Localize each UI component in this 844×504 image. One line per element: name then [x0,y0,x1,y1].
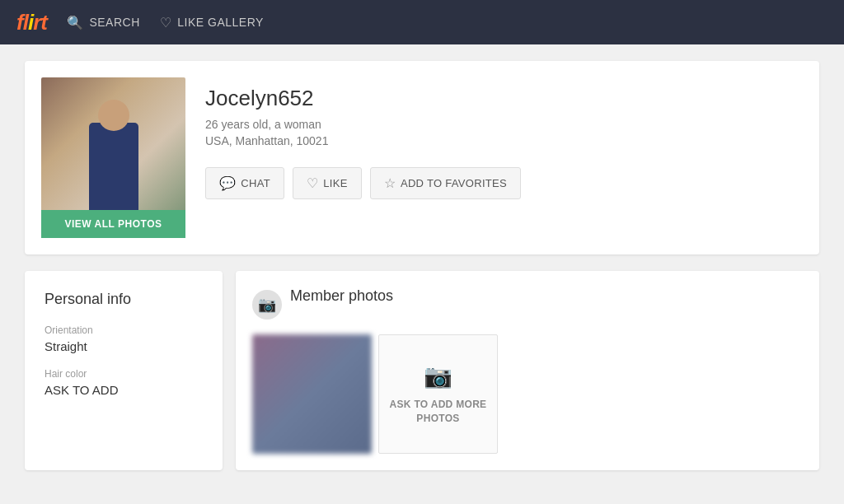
profile-card: VIEW ALL PHOTOS Jocelyn652 26 years old,… [25,61,819,254]
chat-label: CHAT [241,177,270,189]
search-icon: 🔍 [67,15,84,30]
like-gallery-label: LIKE GALLERY [177,16,264,29]
like-gallery-nav-link[interactable]: ♡ LIKE GALLERY [160,15,264,30]
camera-icon-add: 📷 [424,362,452,390]
photos-grid: 📷 ASK TO ADD MORE PHOTOS [252,334,803,454]
like-icon: ♡ [307,175,318,191]
search-nav-link[interactable]: 🔍 SEARCH [67,15,140,30]
profile-location: USA, Manhattan, 10021 [205,134,803,147]
member-photo-1[interactable] [252,334,372,454]
like-button[interactable]: ♡ LIKE [293,167,362,199]
favorites-label: ADD TO FAVORITES [401,177,507,189]
personal-info-title: Personal info [45,291,203,308]
main-content: VIEW ALL PHOTOS Jocelyn652 26 years old,… [0,44,844,504]
chat-icon: 💬 [219,175,236,191]
member-photos-header: 📷 Member photos [252,287,803,321]
personal-info-card: Personal info Orientation Straight Hair … [25,271,223,470]
heart-icon: ♡ [160,15,172,30]
navbar: flirt 🔍 SEARCH ♡ LIKE GALLERY [0,0,844,44]
orientation-label: Orientation [45,324,203,336]
member-photos-card: 📷 Member photos 📷 ASK TO ADD MORE PHOTOS [236,271,819,470]
chat-button[interactable]: 💬 CHAT [205,167,284,199]
profile-name: Jocelyn652 [205,86,803,111]
profile-info: Jocelyn652 26 years old, a woman USA, Ma… [205,77,803,199]
like-label: LIKE [323,177,347,189]
profile-photo-wrapper: VIEW ALL PHOTOS [41,77,185,238]
add-photos-label: ASK TO ADD MORE PHOTOS [379,398,497,426]
logo: flirt [16,10,47,35]
star-icon: ☆ [384,175,396,191]
action-buttons: 💬 CHAT ♡ LIKE ☆ ADD TO FAVORITES [205,167,803,199]
search-label: SEARCH [89,16,139,29]
add-to-favorites-button[interactable]: ☆ ADD TO FAVORITES [370,167,521,199]
camera-icon-large: 📷 [252,290,282,320]
lower-section: Personal info Orientation Straight Hair … [25,271,819,470]
member-photos-title: Member photos [290,287,393,305]
view-all-photos-button[interactable]: VIEW ALL PHOTOS [41,210,185,238]
hair-color-label: Hair color [45,368,203,380]
orientation-value: Straight [45,339,203,353]
hair-color-value: ASK TO ADD [45,383,203,397]
profile-age: 26 years old, a woman [205,118,803,131]
ask-to-add-photos-button[interactable]: 📷 ASK TO ADD MORE PHOTOS [378,334,498,454]
